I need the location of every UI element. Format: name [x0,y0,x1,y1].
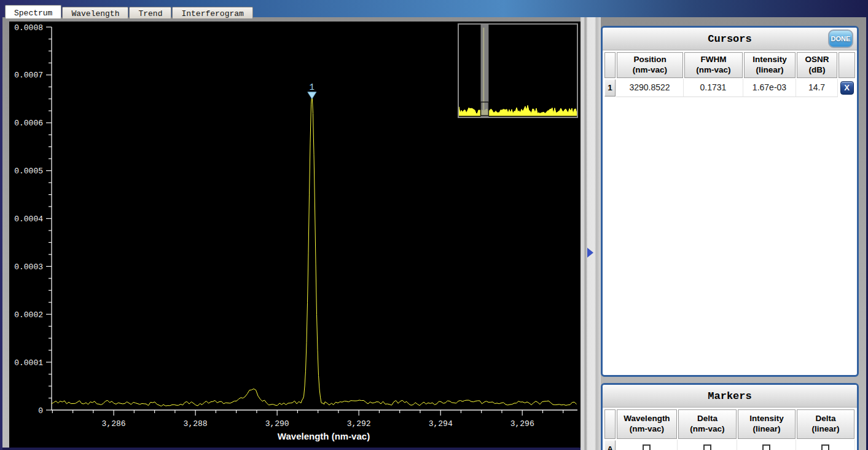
col-fwhm: FWHM(nm-vac) [684,52,743,78]
cursor-row-number: 1 [604,79,616,97]
svg-text:Wavelength (nm-vac): Wavelength (nm-vac) [278,431,370,441]
svg-text:0.0005: 0.0005 [14,167,43,176]
markers-panel: Markers Wavelength(nm-vac) Delta(nm-vac)… [601,383,859,450]
markers-table: Wavelength(nm-vac) Delta(nm-vac) Intensi… [604,409,856,450]
col-marker-delta-nm-l1: Delta [697,414,717,423]
col-fwhm-l2: (nm-vac) [696,65,730,74]
cursor-intensity-value: 1.67e-03 [743,79,796,97]
col-fwhm-l1: FWHM [701,55,727,64]
col-position-l2: (nm-vac) [633,65,667,74]
overview-minimap-canvas[interactable] [459,25,577,117]
minimap-view-band[interactable] [481,25,489,117]
col-marker-intensity-l2: (linear) [753,424,780,433]
marker-wavelength-cell [616,440,678,450]
tab-interferogram[interactable]: Interferogram [172,7,252,18]
markers-panel-header: Markers [603,385,857,408]
col-marker-delta-nm-l2: (nm-vac) [690,424,724,433]
view-tabbar: Spectrum Wavelength Trend Interferogram [5,5,254,18]
overview-minimap[interactable] [458,23,578,118]
col-marker-delta-lin-l2: (linear) [811,424,839,433]
markers-panel-title: Markers [708,390,751,402]
cursors-panel: Cursors DONE Position(nm-vac) FWHM(nm-va… [601,26,859,377]
col-marker-delta-lin-l1: Delta [815,414,835,423]
svg-text:0.0004: 0.0004 [14,215,43,224]
col-marker-wavelength-l2: (nm-vac) [630,424,664,433]
col-marker-intensity-l1: Intensity [749,414,784,423]
svg-text:0.0007: 0.0007 [14,71,43,80]
marker-delta-nm-checkbox[interactable] [703,444,711,450]
marker-delta-nm-cell [678,440,737,450]
cursors-gutter-header [604,52,616,78]
cursors-panel-header: Cursors DONE [603,28,857,50]
svg-text:0: 0 [38,406,43,416]
svg-text:0.0006: 0.0006 [14,119,43,128]
done-button[interactable]: DONE [828,30,853,48]
col-marker-delta-nm: Delta(nm-vac) [678,409,737,439]
collapse-panel-arrow-icon[interactable] [587,248,593,258]
cursors-panel-title: Cursors [708,33,751,45]
col-osnr-l1: OSNR [805,55,829,64]
wavelength-meter-app: { "window": { "tabs": [ { "label": "Spec… [0,0,868,450]
cursor-osnr-value: 14.7 [796,79,838,97]
svg-text:3,296: 3,296 [510,419,534,428]
marker-row-letter: A [604,440,616,450]
cursor-fwhm-value: 0.1731 [684,79,743,97]
col-marker-wavelength-l1: Wavelength [624,414,670,423]
col-marker-delta-lin: Delta(linear) [797,409,854,439]
markers-gutter-header [604,409,616,439]
svg-text:3,294: 3,294 [429,419,453,428]
col-intensity-l2: (linear) [756,65,783,74]
col-position-l1: Position [633,55,666,64]
svg-text:3,286: 3,286 [102,419,126,428]
svg-text:3,292: 3,292 [347,419,371,428]
col-intensity-l1: Intensity [753,55,787,64]
svg-text:0.0003: 0.0003 [14,262,43,272]
svg-text:0.0008: 0.0008 [14,23,43,33]
tab-spectrum[interactable]: Spectrum [5,5,61,18]
col-osnr: OSNR(dB) [797,52,837,78]
cursors-table: Position(nm-vac) FWHM(nm-vac) Intensity(… [604,52,856,97]
svg-text:0.0001: 0.0001 [14,358,43,368]
delete-cursor-button[interactable]: X [840,81,854,95]
col-marker-intensity: Intensity(linear) [738,409,796,439]
col-osnr-l2: (dB) [809,65,826,74]
tab-wavelength[interactable]: Wavelength [62,7,128,18]
cursor-delete-cell: X [838,79,856,97]
col-marker-wavelength: Wavelength(nm-vac) [617,409,677,439]
cursor-position-value: 3290.8522 [616,79,684,97]
col-delete-header [839,52,855,78]
svg-text:1: 1 [310,82,315,92]
marker-intensity-checkbox[interactable] [762,444,770,450]
marker-intensity-cell [737,440,796,450]
col-intensity: Intensity(linear) [744,52,796,78]
svg-text:0.0002: 0.0002 [14,310,43,320]
marker-wavelength-checkbox[interactable] [643,444,651,450]
svg-text:3,288: 3,288 [184,419,208,428]
tab-trend[interactable]: Trend [129,7,171,18]
panel-splitter[interactable] [581,17,601,450]
window-bottom-edge [2,448,581,450]
marker-delta-lin-cell [796,440,855,450]
marker-delta-lin-checkbox[interactable] [821,444,829,450]
svg-text:3,290: 3,290 [265,419,289,428]
col-position: Position(nm-vac) [617,52,683,78]
